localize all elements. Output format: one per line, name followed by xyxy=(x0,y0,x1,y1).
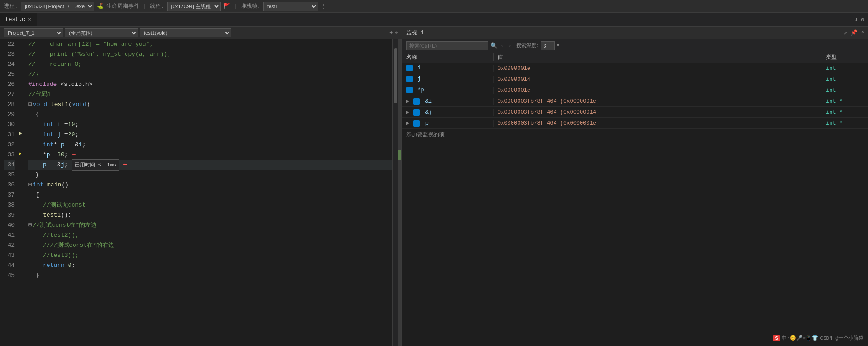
watch-cell-name-addr-j: ▶ &j xyxy=(402,109,494,116)
watch-pin-icon[interactable]: 📌 xyxy=(851,29,857,36)
watch-row-addr-j[interactable]: ▶ &j 0x0000003fb78ff464 {0x00000014} int… xyxy=(402,107,868,118)
content-area: Project_7_1 (全局范围) test1(void) + ⚙ 22 23… xyxy=(0,27,868,346)
code-line-27: //代码1 xyxy=(28,90,392,100)
top-toolbar: 进程: [0x15328] Project_7_1.exe ⛳ 生命周期事件 |… xyxy=(0,0,868,13)
editor-settings-icon[interactable]: ⬇ xyxy=(854,16,858,23)
code-line-24: // return 0; xyxy=(28,59,392,69)
watch-row-star-p[interactable]: ➤ *p 0x0000001e int xyxy=(402,85,868,96)
code-line-45: } xyxy=(28,271,392,281)
minimap xyxy=(398,39,402,346)
code-line-40: ⊟ //测试const在*的左边 xyxy=(28,220,392,230)
lifecycle-icon: ⛳ xyxy=(97,3,104,10)
add-watch-button[interactable]: + xyxy=(389,29,393,37)
watch-cell-type-p: int * xyxy=(822,120,868,127)
code-content[interactable]: // char arr[12] = "how are you"; // prin… xyxy=(26,39,392,346)
watch-row-p[interactable]: ▶ p 0x0000003fb78ff464 {0x0000001e} int … xyxy=(402,118,868,129)
watch-cell-name-p: ▶ p xyxy=(402,120,494,127)
red-arrow-34: ⬅ xyxy=(123,160,127,170)
watch-row-i[interactable]: i 0x0000001e int xyxy=(402,63,868,74)
code-line-43: //test3(); xyxy=(28,250,392,261)
code-line-25: //} xyxy=(28,69,392,80)
watch-cell-value-p: 0x0000003fb78ff464 {0x0000001e} xyxy=(494,120,822,127)
process-label: 进程: xyxy=(4,2,18,10)
line-numbers: 22 23 24 25 26 27 28 29 30 31 32 33 34 3… xyxy=(0,39,18,346)
tab-close-button[interactable]: × xyxy=(28,17,31,22)
watch-search-bar: 🔍 ← → 搜索深度: ▼ xyxy=(402,39,868,52)
watch-cell-value-star-p: 0x0000001e xyxy=(494,87,822,94)
watch-nav-back[interactable]: ← xyxy=(501,42,505,49)
code-line-38: //测试无const xyxy=(28,200,392,210)
watch-cell-value-j: 0x00000014 xyxy=(494,76,822,83)
watch-table-header: 名称 值 类型 xyxy=(402,52,868,63)
tab-filename: test.c xyxy=(5,16,25,23)
watch-depth-label: 搜索深度: xyxy=(516,42,540,49)
editor-section: Project_7_1 (全局范围) test1(void) + ⚙ 22 23… xyxy=(0,27,402,346)
code-line-41: //test2(); xyxy=(28,230,392,240)
csdn-logo: S xyxy=(773,335,780,341)
watch-cell-type-j: int xyxy=(822,76,868,83)
watch-panel: 监视 1 ⇗ 📌 × 🔍 ← → 搜索深度: ▼ xyxy=(402,27,868,346)
code-line-30: int i = 10 ; xyxy=(28,120,392,130)
watch-cell-name-star-p: *p xyxy=(402,87,494,93)
watch-cell-value-i: 0x0000001e xyxy=(494,65,822,72)
code-line-37: { xyxy=(28,190,392,200)
watch-nav-arrows: ← → xyxy=(501,42,511,49)
function-select[interactable]: test1(void) xyxy=(140,28,231,37)
watch-search-input[interactable] xyxy=(406,41,488,50)
code-line-35: } xyxy=(28,170,392,180)
watch-cell-name-j: j xyxy=(402,76,494,82)
watch-icon-star-p xyxy=(406,87,413,93)
timing-tooltip: 已用时间 <= 1ms xyxy=(72,159,119,171)
watch-row-addr-i[interactable]: ▶ &i 0x0000003fb78ff464 {0x0000001e} int… xyxy=(402,96,868,107)
stack-select[interactable]: test1 xyxy=(263,2,318,11)
csdn-tagline: 中°😊🎤⌨📱👕 xyxy=(782,335,818,341)
stack-label: 堆栈帧: xyxy=(241,2,260,10)
code-line-26: #include <stdio.h> xyxy=(28,80,392,90)
lifecycle-label: 生命周期事件 xyxy=(106,2,139,10)
watch-nav-forward[interactable]: → xyxy=(507,42,510,49)
watch-icon-addr-j xyxy=(413,109,420,116)
code-line-29: { xyxy=(28,110,392,120)
watch-icon-j xyxy=(406,76,413,82)
watch-depth-arrow[interactable]: ▼ xyxy=(556,43,559,48)
watch-add-item[interactable]: 添加要监视的项 xyxy=(402,129,868,140)
tab-bar: test.c × ⬇ ⚙ xyxy=(0,13,868,27)
watch-cell-type-addr-j: int * xyxy=(822,109,868,116)
editor-gear-icon[interactable]: ⚙ xyxy=(861,16,864,23)
exec-marker-32: ▶ xyxy=(19,130,22,137)
code-line-23: // printf("%s\n", my_strcpy(a, arr)); xyxy=(28,49,392,59)
code-line-34: p = & j ; 已用时间 <= 1ms ⬅ xyxy=(28,160,392,170)
more-icon[interactable]: ⋮ xyxy=(321,3,326,10)
code-gutter: ▶ ➤ xyxy=(18,39,26,346)
watch-close-icon[interactable]: × xyxy=(861,29,864,36)
watch-float-icon[interactable]: ⇗ xyxy=(844,29,847,36)
thread-select[interactable]: [0x17C94] 主线程 xyxy=(167,2,221,11)
watch-cell-name-addr-i: ▶ &i xyxy=(402,98,494,105)
main-layout: test.c × ⬇ ⚙ Project_7_1 (全局范围) test1(vo… xyxy=(0,13,868,346)
watch-cell-type-i: int xyxy=(822,65,868,72)
watch-depth-input[interactable] xyxy=(541,41,555,50)
watch-cell-value-addr-j: 0x0000003fb78ff464 {0x00000014} xyxy=(494,109,822,116)
code-editor[interactable]: 22 23 24 25 26 27 28 29 30 31 32 33 34 3… xyxy=(0,39,402,346)
process-select[interactable]: [0x15328] Project_7_1.exe xyxy=(21,2,94,11)
editor-scrollbar[interactable] xyxy=(392,39,398,346)
watch-col-type: 类型 xyxy=(822,53,868,61)
watch-title: 监视 1 xyxy=(406,29,423,37)
scope-select[interactable]: (全局范围) xyxy=(65,28,138,37)
editor-header-settings-icon[interactable]: ⚙ xyxy=(395,30,398,36)
code-line-32: int * p = & i ; xyxy=(28,140,392,150)
watch-cell-type-addr-i: int * xyxy=(822,98,868,105)
flag-icon: 🚩 xyxy=(223,3,230,10)
project-select[interactable]: Project_7_1 xyxy=(4,28,63,37)
thread-label: 线程: xyxy=(150,2,164,10)
code-line-28: ⊟ void test1 ( void ) xyxy=(28,100,392,110)
tab-test-c[interactable]: test.c × xyxy=(0,13,37,26)
watch-row-j[interactable]: j 0x00000014 int xyxy=(402,74,868,85)
code-line-44: return 0 ; xyxy=(28,261,392,271)
watch-icon-p xyxy=(413,120,420,127)
editor-scrollbar-thumb[interactable] xyxy=(394,48,397,103)
csdn-watermark: S 中°😊🎤⌨📱👕 CSDN @一个小脑袋 xyxy=(773,335,863,341)
csdn-username: CSDN @一个小脑袋 xyxy=(820,335,863,341)
watch-header: 监视 1 ⇗ 📌 × xyxy=(402,27,868,39)
red-arrow-33: ⬅ xyxy=(72,150,76,160)
